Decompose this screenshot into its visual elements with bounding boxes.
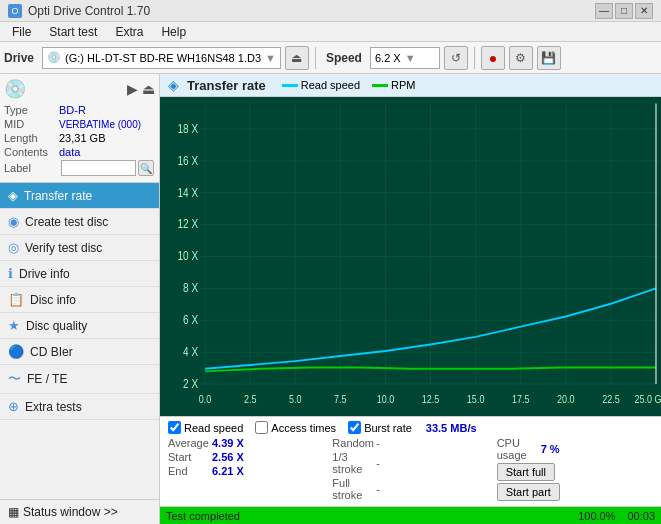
transfer-rate-icon: ◈ — [8, 188, 18, 203]
close-button[interactable]: ✕ — [635, 3, 653, 19]
stats-row-start: Start 2.56 X — [168, 451, 324, 463]
type-value: BD-R — [59, 104, 86, 116]
read-speed-checkbox[interactable] — [168, 421, 181, 434]
disc-eject-btn[interactable]: ⏏ — [142, 81, 155, 97]
svg-text:8 X: 8 X — [183, 281, 198, 294]
access-times-checkbox[interactable] — [255, 421, 268, 434]
speed-label: Speed — [326, 51, 362, 65]
contents-label: Contents — [4, 146, 59, 158]
nav-verify-disc-label: Verify test disc — [25, 241, 102, 255]
main-layout: 💿 ▶ ⏏ Type BD-R MID VERBATIMe (000) Leng… — [0, 74, 661, 524]
start-value: 2.56 X — [212, 451, 244, 463]
stats-checkboxes: Read speed Access times Burst rate 33.5 … — [164, 419, 657, 436]
access-times-checkbox-text: Access times — [271, 422, 336, 434]
speed-value: 6.2 X — [375, 52, 401, 64]
status-window-label: Status window >> — [23, 505, 118, 519]
nav-transfer-rate[interactable]: ◈ Transfer rate — [0, 183, 159, 209]
create-disc-icon: ◉ — [8, 214, 19, 229]
drive-icon: 💿 — [47, 51, 61, 64]
nav-cd-bier[interactable]: 🔵 CD BIer — [0, 339, 159, 365]
nav-disc-info-label: Disc info — [30, 293, 76, 307]
nav-extra-tests[interactable]: ⊕ Extra tests — [0, 394, 159, 420]
mid-label: MID — [4, 118, 59, 130]
type-label: Type — [4, 104, 59, 116]
burst-rate-checkbox[interactable] — [348, 421, 361, 434]
legend-read-speed: Read speed — [282, 79, 360, 91]
svg-text:20.0: 20.0 — [557, 393, 575, 405]
menu-start-test[interactable]: Start test — [41, 24, 105, 40]
nav-disc-quality[interactable]: ★ Disc quality — [0, 313, 159, 339]
disc-info-btn[interactable]: ▶ — [127, 81, 138, 97]
progress-time: 00:03 — [621, 510, 661, 522]
chart-title-icon: ◈ — [168, 77, 179, 93]
nav-create-test-disc[interactable]: ◉ Create test disc — [0, 209, 159, 235]
stroke-1-3-value: - — [376, 457, 380, 469]
refresh-button[interactable]: ↺ — [444, 46, 468, 70]
label-label: Label — [4, 162, 59, 174]
burst-rate-checkbox-label[interactable]: Burst rate — [348, 421, 412, 434]
nav-extra-tests-label: Extra tests — [25, 400, 82, 414]
cpu-label: CPU usage — [497, 437, 537, 461]
svg-text:12 X: 12 X — [177, 217, 198, 230]
disc-length-row: Length 23,31 GB — [4, 132, 155, 144]
full-stroke-value: - — [376, 483, 380, 495]
rpm-color — [372, 84, 388, 87]
menubar: File Start test Extra Help — [0, 22, 661, 42]
sidebar: 💿 ▶ ⏏ Type BD-R MID VERBATIMe (000) Leng… — [0, 74, 160, 524]
drive-select[interactable]: 💿 (G:) HL-DT-ST BD-RE WH16NS48 1.D3 ▼ — [42, 47, 281, 69]
svg-text:16 X: 16 X — [177, 154, 198, 167]
record-button[interactable]: ● — [481, 46, 505, 70]
disc-mid-row: MID VERBATIMe (000) — [4, 118, 155, 130]
disc-quality-icon: ★ — [8, 318, 20, 333]
toolbar: Drive 💿 (G:) HL-DT-ST BD-RE WH16NS48 1.D… — [0, 42, 661, 74]
drive-name: (G:) HL-DT-ST BD-RE WH16NS48 1.D3 — [65, 52, 261, 64]
nav-cd-bier-label: CD BIer — [30, 345, 73, 359]
svg-text:10.0: 10.0 — [377, 393, 395, 405]
minimize-button[interactable]: — — [595, 3, 613, 19]
svg-text:7.5: 7.5 — [334, 393, 347, 405]
nav-fe-te-label: FE / TE — [27, 372, 67, 386]
maximize-button[interactable]: □ — [615, 3, 633, 19]
read-speed-checkbox-text: Read speed — [184, 422, 243, 434]
end-label: End — [168, 465, 208, 477]
legend-rpm-label: RPM — [391, 79, 415, 91]
stats-rows: Average 4.39 X Start 2.56 X End 6.21 X — [164, 436, 657, 504]
svg-text:14 X: 14 X — [177, 185, 198, 198]
menu-extra[interactable]: Extra — [107, 24, 151, 40]
settings-button[interactable]: ⚙ — [509, 46, 533, 70]
nav-fe-te[interactable]: 〜 FE / TE — [0, 365, 159, 394]
speed-select[interactable]: 6.2 X ▼ — [370, 47, 440, 69]
chart-title-bar: ◈ Transfer rate Read speed RPM — [160, 74, 661, 97]
stroke-1-3-label: 1/3 stroke — [332, 451, 372, 475]
eject-button[interactable]: ⏏ — [285, 46, 309, 70]
toolbar-separator-2 — [474, 47, 475, 69]
svg-text:2.5: 2.5 — [244, 393, 257, 405]
svg-text:15.0: 15.0 — [467, 393, 485, 405]
start-full-button[interactable]: Start full — [497, 463, 555, 481]
nav-disc-info[interactable]: 📋 Disc info — [0, 287, 159, 313]
start-part-button[interactable]: Start part — [497, 483, 560, 501]
status-window-icon: ▦ — [8, 505, 19, 519]
menu-help[interactable]: Help — [153, 24, 194, 40]
app-icon: O — [8, 4, 22, 18]
stats-row-end: End 6.21 X — [168, 465, 324, 477]
save-button[interactable]: 💾 — [537, 46, 561, 70]
label-input[interactable] — [61, 160, 136, 176]
stats-footer: Read speed Access times Burst rate 33.5 … — [160, 416, 661, 506]
end-value: 6.21 X — [212, 465, 244, 477]
status-window-btn[interactable]: ▦ Status window >> — [0, 499, 159, 524]
read-speed-checkbox-label[interactable]: Read speed — [168, 421, 243, 434]
stats-row-start-full: Start full — [497, 463, 653, 481]
fe-te-icon: 〜 — [8, 370, 21, 388]
start-label: Start — [168, 451, 208, 463]
nav-verify-test-disc[interactable]: ◎ Verify test disc — [0, 235, 159, 261]
access-times-checkbox-label[interactable]: Access times — [255, 421, 336, 434]
nav-drive-info[interactable]: ℹ Drive info — [0, 261, 159, 287]
random-label: Random — [332, 437, 372, 449]
toolbar-separator-1 — [315, 47, 316, 69]
stats-col-left: Average 4.39 X Start 2.56 X End 6.21 X — [164, 436, 328, 504]
legend-read-speed-label: Read speed — [301, 79, 360, 91]
label-btn[interactable]: 🔍 — [138, 160, 154, 176]
menu-file[interactable]: File — [4, 24, 39, 40]
chart-title: Transfer rate — [187, 78, 266, 93]
